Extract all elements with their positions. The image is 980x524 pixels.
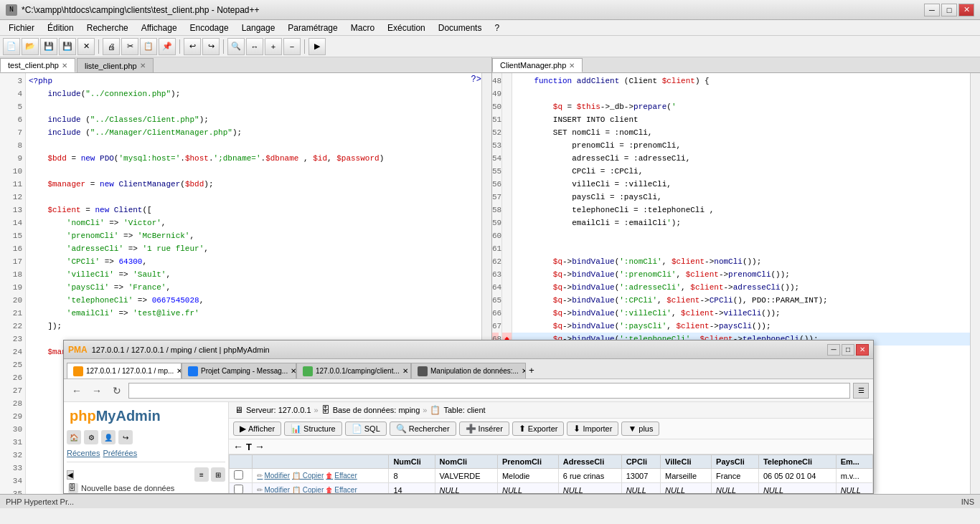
pma-settings-icon[interactable]: ⚙	[84, 430, 98, 444]
importer-icon: ⬇	[573, 424, 580, 434]
browser-window: PMA 127.0.0.1 / 127.0.0.1 / mping / clie…	[63, 340, 874, 494]
cell-telephonecli-2: NULL	[758, 483, 836, 494]
pma-collapse-button[interactable]: ◀	[67, 470, 74, 480]
col-nomcli[interactable]: NomCli	[435, 455, 497, 469]
pma-inserer-button[interactable]: ➕ Insérer	[459, 421, 509, 436]
pma-user-icon[interactable]: 👤	[101, 430, 116, 444]
menu-macro[interactable]: Macro	[345, 22, 380, 34]
tab-liste-client[interactable]: liste_client.php ✕	[77, 58, 154, 72]
pma-rechercher-button[interactable]: 🔍 Rechercher	[390, 421, 456, 436]
copy-btn-1[interactable]: 📋 Copier	[292, 472, 324, 480]
toolbar: 📄 📂 💾 💾 ✕ 🖨 ✂ 📋 📌 ↩ ↪ 🔍 ↔ + − ▶	[0, 36, 980, 57]
tab-test-client[interactable]: test_client.php ✕	[0, 58, 75, 72]
edit-btn-2[interactable]: ✏Modifier	[257, 486, 290, 493]
pma-preferees-tab[interactable]: Préférées	[103, 449, 137, 457]
pma-sql-button[interactable]: 📄 SQL	[345, 421, 387, 436]
title-bar: N *C:\xampp\htdocs\camping\clients\test_…	[0, 0, 980, 20]
replace-button[interactable]: ↔	[246, 38, 263, 55]
right-scrollbar[interactable]	[970, 73, 980, 494]
menu-execution[interactable]: Exécution	[382, 22, 431, 34]
zoom-in-button[interactable]: +	[265, 38, 282, 55]
menu-affichage[interactable]: Affichage	[136, 22, 183, 34]
col-numcli[interactable]: NumCli	[389, 455, 435, 469]
browser-tab-fb-close[interactable]: ✕	[291, 367, 296, 375]
tab-test-client-close[interactable]: ✕	[62, 62, 67, 70]
pma-structure-button[interactable]: 📊 Structure	[284, 421, 342, 436]
browser-address-bar[interactable]: 127.0.0.1/phpmyadmin/tbl_structure.php?d…	[128, 383, 850, 399]
pma-exporter-button[interactable]: ⬆ Exporter	[512, 421, 565, 436]
menu-edition[interactable]: Édition	[42, 22, 80, 34]
pma-recentes-tab[interactable]: Récentes	[67, 449, 100, 457]
menu-help[interactable]: ?	[489, 22, 505, 34]
browser-close-button[interactable]: ✕	[856, 344, 869, 356]
delete-btn-1[interactable]: 🗑Effacer	[326, 472, 357, 480]
table-sort-icon: T	[246, 442, 252, 452]
pma-new-db-label: Nouvelle base de données	[81, 484, 174, 492]
col-villecli[interactable]: VilleCli	[661, 455, 712, 469]
new-file-button[interactable]: 📄	[3, 38, 20, 55]
menu-langage[interactable]: Langage	[236, 22, 281, 34]
menu-fichier[interactable]: Fichier	[3, 22, 40, 34]
run-button[interactable]: ▶	[308, 38, 326, 55]
menu-parametrage[interactable]: Paramétrage	[282, 22, 343, 34]
col-cpcli[interactable]: CPCli	[621, 455, 660, 469]
pma-sidebar-icon-1[interactable]: ≡	[194, 467, 209, 482]
browser-maximize-button[interactable]: □	[842, 344, 854, 356]
browser-tab-manip[interactable]: Manipulation de données:... ✕	[411, 363, 526, 378]
copy-button[interactable]: 📋	[140, 38, 157, 55]
paste-button[interactable]: 📌	[159, 38, 176, 55]
table-next-button[interactable]: →	[255, 441, 265, 452]
find-button[interactable]: 🔍	[227, 38, 245, 55]
browser-minimize-button[interactable]: ─	[827, 344, 840, 356]
browser-forward-button[interactable]: →	[88, 382, 105, 399]
browser-tab-pma[interactable]: 127.0.0.1 / 127.0.0.1 / mp... ✕	[67, 363, 182, 378]
close-button[interactable]: ✕	[958, 4, 974, 16]
pma-container: phpMyAdmin 🏠 ⚙ 👤 ↪ Récentes Préférées ◀	[64, 402, 873, 493]
browser-back-button[interactable]: ←	[68, 382, 85, 399]
pma-importer-button[interactable]: ⬇ Importer	[567, 421, 618, 436]
row-check-1[interactable]	[230, 469, 253, 483]
pma-new-db-item[interactable]: 🗄 Nouvelle base de données	[67, 482, 225, 493]
col-adressecli[interactable]: AdresseCli	[558, 455, 621, 469]
undo-button[interactable]: ↩	[184, 38, 201, 55]
browser-menu-button[interactable]: ☰	[853, 383, 869, 399]
pma-sidebar-icon-2[interactable]: ⊞	[211, 467, 225, 482]
tab-liste-client-close[interactable]: ✕	[140, 62, 146, 70]
col-em[interactable]: Em...	[836, 455, 872, 469]
close-button2[interactable]: ✕	[77, 38, 95, 55]
browser-tab-fb[interactable]: Projet Camping - Messag... ✕	[182, 363, 296, 378]
menu-recherche[interactable]: Recherche	[81, 22, 134, 34]
menu-documents[interactable]: Documents	[433, 22, 488, 34]
browser-tab-pma-icon	[73, 366, 83, 376]
print-button[interactable]: 🖨	[103, 38, 120, 55]
row-check-2[interactable]	[230, 483, 253, 494]
browser-tab-localhost-close[interactable]: ✕	[402, 367, 408, 375]
maximize-button[interactable]: □	[941, 4, 957, 16]
pma-exit-icon[interactable]: ↪	[118, 430, 133, 444]
open-file-button[interactable]: 📂	[22, 38, 39, 55]
tab-client-manager-close[interactable]: ✕	[569, 62, 575, 70]
edit-btn-1[interactable]: ✏Modifier	[257, 472, 290, 480]
col-prenomcli[interactable]: PrenomCli	[497, 455, 558, 469]
tab-client-manager[interactable]: ClientManager.php ✕	[492, 58, 583, 72]
browser-refresh-button[interactable]: ↻	[108, 382, 126, 399]
zoom-out-button[interactable]: −	[283, 38, 301, 55]
pma-afficher-button[interactable]: ▶ Afficher	[233, 421, 281, 436]
browser-title-bar: PMA 127.0.0.1 / 127.0.0.1 / mping / clie…	[64, 340, 873, 359]
col-telephonecli[interactable]: TelephoneCli	[758, 455, 836, 469]
cut-button[interactable]: ✂	[121, 38, 138, 55]
save-button[interactable]: 💾	[40, 38, 57, 55]
copy-btn-2[interactable]: 📋 Copier	[292, 486, 324, 493]
table-prev-button[interactable]: ←	[233, 441, 243, 452]
redo-button[interactable]: ↪	[202, 38, 220, 55]
pma-home-icon[interactable]: 🏠	[67, 430, 81, 444]
browser-tab-pma-close[interactable]: ✕	[176, 367, 182, 375]
pma-plus-button[interactable]: ▼ plus	[621, 421, 659, 436]
save-all-button[interactable]: 💾	[59, 38, 76, 55]
menu-encodage[interactable]: Encodage	[184, 22, 235, 34]
new-browser-tab-button[interactable]: +	[526, 362, 537, 378]
delete-btn-2[interactable]: 🗑Effacer	[326, 486, 357, 493]
browser-tab-localhost[interactable]: 127.0.0.1/camping/client... ✕	[296, 363, 411, 378]
col-payscli[interactable]: PaysCli	[712, 455, 759, 469]
minimize-button[interactable]: ─	[924, 4, 940, 16]
